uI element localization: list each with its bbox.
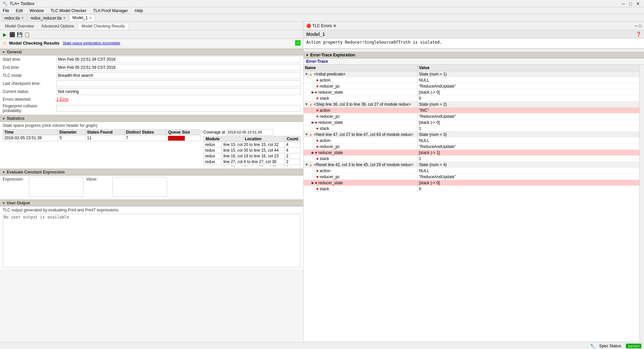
- trace-child-name: reducer_pc: [320, 114, 340, 119]
- menu-window[interactable]: Window: [28, 8, 45, 14]
- evaluate-section-header[interactable]: ▼ Evaluate Constant Expression: [0, 169, 303, 176]
- right-panel-controls: ─ □: [635, 23, 641, 28]
- trace-state-row[interactable]: ▼▲<Step line 36, col 3 to line 39, col 2…: [304, 101, 639, 107]
- trace-child-row[interactable]: ■reducer_pc"ReduceAndUpdate": [304, 174, 639, 180]
- expand-icon[interactable]: ▼: [305, 133, 308, 136]
- trace-child-name-cell: ■action: [304, 168, 418, 173]
- refresh-button[interactable]: ↻: [295, 40, 301, 46]
- menu-file[interactable]: File: [1, 8, 10, 14]
- trace-child-row[interactable]: ▶■reducer_state[stack |-> 0]: [304, 119, 639, 126]
- col-diameter[interactable]: Diameter: [58, 130, 86, 135]
- maximize-button[interactable]: □: [628, 1, 633, 6]
- trace-state-value: State (num = 3): [418, 132, 639, 137]
- col-location[interactable]: Location: [222, 136, 284, 142]
- coverage-time[interactable]: [226, 129, 273, 135]
- user-output-section-header[interactable]: ▼ User Output: [0, 200, 303, 206]
- trace-child-row[interactable]: ▶■reducer_state[stack |-> 0]: [304, 180, 639, 186]
- general-section-header[interactable]: ▼ General: [0, 49, 303, 55]
- col-module[interactable]: Module: [204, 136, 222, 142]
- trace-child-row[interactable]: ■actionNULL: [304, 168, 639, 174]
- error-trace-section-header[interactable]: ▼ Error-Trace Exploration: [304, 52, 644, 58]
- trace-state-row[interactable]: ▼▲<Initial predicate>State (num = 1): [304, 71, 639, 77]
- expand-icon[interactable]: ▼: [305, 102, 308, 106]
- coverage-cell-2: 4: [284, 142, 300, 148]
- trace-child-row[interactable]: ■stack1: [304, 156, 639, 162]
- state-space-note[interactable]: State space exploration incomplete: [63, 41, 120, 45]
- tab-redux-reducer[interactable]: redux_reducer.tla ✕: [28, 14, 69, 21]
- help-icon[interactable]: ❓: [636, 32, 641, 37]
- child-expand-icon[interactable]: ▶: [312, 120, 314, 124]
- right-minimize-icon[interactable]: ─: [635, 23, 638, 28]
- last-checkpoint-label: Last checkpoint time:: [3, 81, 56, 86]
- tab-model-1[interactable]: Model_1 ✕: [69, 14, 95, 21]
- trace-child-name-cell: ■reducer_pc: [304, 84, 418, 89]
- child-expand-icon[interactable]: ▶: [312, 181, 314, 185]
- current-status-value[interactable]: [56, 88, 301, 95]
- trace-child-row[interactable]: ▶■reducer_state[stack |-> 0]: [304, 89, 639, 95]
- right-maximize-icon[interactable]: □: [639, 23, 641, 28]
- child-expand-icon[interactable]: ▶: [312, 151, 314, 154]
- nav-tab-advanced[interactable]: Advanced Options: [38, 23, 78, 30]
- tab-redux-reducer-close[interactable]: ✕: [63, 16, 66, 20]
- play-button[interactable]: ▶: [1, 31, 8, 38]
- fingerprint-value[interactable]: [56, 105, 301, 112]
- general-label: General: [7, 50, 22, 54]
- end-time-value[interactable]: [56, 64, 301, 71]
- col-queue-size[interactable]: Queue Size: [167, 130, 201, 135]
- nav-tab-overview[interactable]: Model Overview: [1, 23, 38, 30]
- eval-expression-input[interactable]: [29, 177, 84, 197]
- trace-name-cell: ▼▲<Next line 47, col 27 to line 47, col …: [304, 132, 418, 137]
- last-checkpoint-value[interactable]: [56, 80, 301, 87]
- save-button[interactable]: 💾: [16, 31, 23, 38]
- tlc-mode-value[interactable]: [56, 72, 301, 79]
- col-distinct-states[interactable]: Distinct States: [124, 130, 167, 135]
- menu-help[interactable]: Help: [133, 8, 145, 14]
- trace-child-row[interactable]: ■reducer_pc"ReduceAndUpdate": [304, 83, 639, 89]
- trace-child-row[interactable]: ■actionNULL: [304, 138, 639, 144]
- trace-child-row[interactable]: ▶■reducer_state[stack |-> 1]: [304, 150, 639, 156]
- minimize-button[interactable]: ─: [621, 1, 627, 6]
- stat-diameter: 5: [58, 135, 86, 141]
- trace-state-row[interactable]: ▼▲<Next line 47, col 27 to line 47, col …: [304, 132, 639, 138]
- col-states-found[interactable]: States Found: [86, 130, 124, 135]
- stop-button[interactable]: ⬛: [9, 31, 15, 38]
- menu-edit[interactable]: Edit: [14, 8, 24, 14]
- copy-button[interactable]: 📋: [23, 31, 30, 38]
- trace-v-scrollbar[interactable]: [639, 65, 644, 341]
- stats-row: 2018-02-05 23:51:39 5 11 7: [3, 135, 201, 141]
- trace-state-row[interactable]: ▼▲<Reset line 42, col 3 to line 45, col …: [304, 162, 639, 168]
- menu-tla-proof[interactable]: TLA Proof Manager: [92, 8, 129, 14]
- tab-redux-tla[interactable]: redux.tla ✕: [1, 14, 27, 21]
- statistics-section-header[interactable]: ▼ Statistics: [0, 115, 303, 122]
- close-button[interactable]: ✕: [635, 1, 641, 6]
- child-expand-icon[interactable]: ▶: [312, 90, 314, 94]
- tlc-errors-tab[interactable]: 🔴 TLC Errors ✕: [306, 23, 336, 28]
- stat-distinct-states: 7: [124, 135, 167, 141]
- trace-child-name: stack: [320, 187, 329, 191]
- red-square-icon: ■: [316, 127, 318, 130]
- stat-queue-size: [167, 135, 201, 141]
- trace-child-row[interactable]: ■actionNULL: [304, 77, 639, 83]
- trace-child-name: action: [320, 168, 330, 173]
- expand-icon[interactable]: ▼: [305, 72, 308, 76]
- tab-model1-close[interactable]: ✕: [89, 16, 92, 20]
- right-h-scrollbar[interactable]: [304, 49, 644, 52]
- errors-detected-value[interactable]: 1 Error: [56, 97, 69, 102]
- menu-tlc[interactable]: TLC Model Checker: [49, 8, 88, 14]
- trace-child-row[interactable]: ■action"INC": [304, 107, 639, 113]
- nav-tab-results[interactable]: Model Checking Results: [78, 23, 128, 30]
- expand-icon[interactable]: ▼: [305, 163, 308, 166]
- trace-child-row[interactable]: ■stack0: [304, 95, 639, 101]
- trace-child-row[interactable]: ■reducer_pc"ReduceAndUpdate": [304, 144, 639, 150]
- title-bar-controls[interactable]: ─ □ ✕: [621, 1, 641, 6]
- eval-value-output[interactable]: [112, 177, 167, 197]
- trace-child-row[interactable]: ■stack0: [304, 186, 639, 192]
- trace-child-row[interactable]: ■stack1: [304, 126, 639, 132]
- tab-redux-close[interactable]: ✕: [21, 16, 24, 20]
- col-count[interactable]: Count: [284, 136, 300, 142]
- stat-time: 2018-02-05 23:51:39: [3, 135, 58, 141]
- trace-child-row[interactable]: ■reducer_pc"ReduceAndUpdate": [304, 113, 639, 119]
- warning-triangle-icon: ▲: [309, 102, 313, 106]
- col-time[interactable]: Time: [3, 130, 58, 135]
- start-time-value[interactable]: [56, 56, 301, 63]
